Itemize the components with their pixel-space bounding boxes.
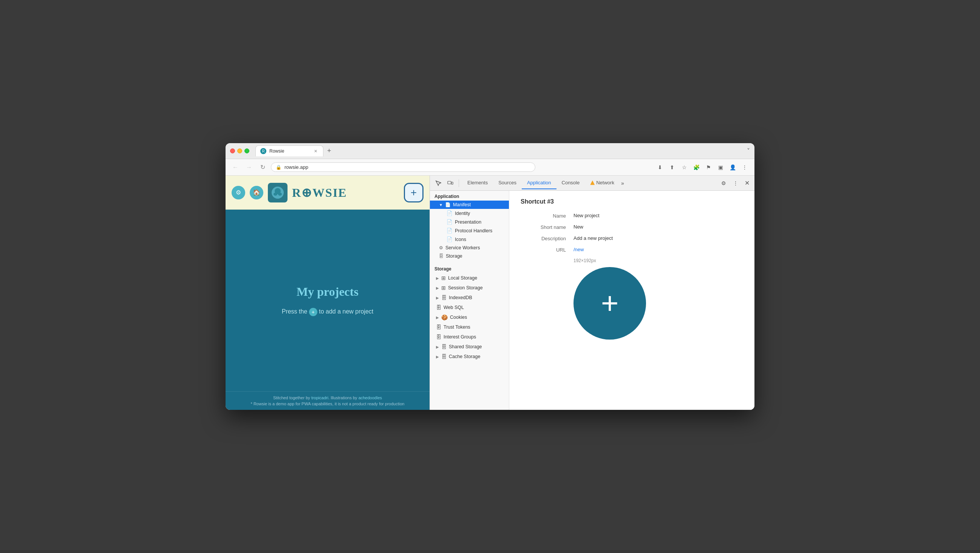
devtools-main-panel: Shortcut #3 Name New project Short name … [509, 191, 754, 410]
extension-icon[interactable]: 🧩 [691, 162, 702, 173]
tab-console[interactable]: Console [557, 177, 585, 189]
flag-icon[interactable]: ⚑ [703, 162, 714, 173]
cookies-chevron-icon: ▶ [436, 315, 439, 319]
sidebar-item-web-sql[interactable]: 🗄 Web SQL [430, 303, 509, 312]
profile-icon[interactable]: 👤 [727, 162, 738, 173]
sidebar-item-icons[interactable]: 📄 Icons [430, 235, 509, 244]
tab-elements[interactable]: Elements [462, 177, 493, 189]
indexeddb-chevron-icon: ▶ [436, 296, 439, 300]
chrome-menu-icon[interactable]: ˅ [747, 147, 750, 154]
sidebar-item-cache-storage[interactable]: ▶ 🗄 Cache Storage [430, 352, 509, 361]
tab-network[interactable]: Network [585, 177, 620, 189]
devtools-sidebar: Application ▼ 📄 Manifest 📄 Identity 📄 [430, 191, 509, 410]
prop-value-url[interactable]: /new [573, 247, 584, 252]
shared-storage-db-icon: 🗄 [441, 344, 447, 350]
site-logo-text: R⊕WSIE [292, 186, 347, 200]
close-traffic-light[interactable] [230, 148, 235, 153]
sidebar-item-session-storage[interactable]: ▶ ⊞ Session Storage [430, 283, 509, 293]
share-icon[interactable]: ⬆ [667, 162, 678, 173]
cache-storage-db-icon: 🗄 [441, 354, 447, 359]
sidebar-item-interest-groups[interactable]: 🗄 Interest Groups [430, 332, 509, 342]
devtools-settings-button[interactable]: ⚙ [718, 178, 729, 189]
footer-line1: Stitched together by tropicadri. Illustr… [232, 396, 423, 400]
add-icon: + [410, 188, 417, 198]
svg-rect-4 [448, 181, 451, 184]
site-main-title: My projects [297, 285, 358, 299]
sidebar-item-indexeddb[interactable]: ▶ 🗄 IndexedDB [430, 293, 509, 303]
local-storage-db-icon: ⊞ [441, 275, 446, 281]
devtools-body: Application ▼ 📄 Manifest 📄 Identity 📄 [430, 191, 754, 410]
title-bar: R Rowsie ✕ + ˅ [226, 143, 754, 159]
sidebar-item-protocol-handlers[interactable]: 📄 Protocol Handlers [430, 226, 509, 235]
add-project-button[interactable]: + [404, 183, 423, 202]
prop-label-shortname: Short name [520, 224, 566, 230]
devtools-tabs: Elements Sources Application Console Net… [462, 177, 717, 189]
presentation-file-icon: 📄 [447, 219, 453, 225]
session-storage-db-icon: ⊞ [441, 285, 446, 291]
bookmark-icon[interactable]: ☆ [679, 162, 689, 173]
prop-row-shortname: Short name New [520, 224, 743, 230]
sidebar-item-identity[interactable]: 📄 Identity [430, 209, 509, 218]
tab-close-button[interactable]: ✕ [312, 148, 318, 154]
sidebar-item-presentation[interactable]: 📄 Presentation [430, 218, 509, 226]
trust-tokens-icon: 🗄 [436, 324, 441, 330]
network-warning-icon [590, 181, 595, 185]
address-bar: ← → ↻ 🔒 rowsie.app ⬇ ⬆ ☆ 🧩 ⚑ ▣ 👤 ⋮ [226, 159, 754, 176]
lock-icon: 🔒 [276, 165, 282, 170]
browser-tab[interactable]: R Rowsie ✕ [255, 145, 323, 156]
traffic-lights [230, 148, 249, 153]
prop-row-description: Description Add a new project [520, 235, 743, 242]
local-storage-chevron-icon: ▶ [436, 276, 439, 280]
home-nav-icon[interactable]: 🏠 [250, 186, 263, 199]
identity-file-icon: 📄 [447, 210, 453, 216]
website-viewport: ⚙ 🏠 R⊕WSIE + My projects [226, 176, 430, 410]
maximize-traffic-light[interactable] [245, 148, 249, 153]
settings-nav-icon[interactable]: ⚙ [232, 186, 245, 199]
indexeddb-icon: 🗄 [441, 295, 447, 301]
sidebar-item-local-storage[interactable]: ▶ ⊞ Local Storage [430, 273, 509, 283]
sidebar-item-storage[interactable]: 🗄 Storage [430, 252, 509, 260]
websql-icon: 🗄 [436, 304, 441, 310]
icons-file-icon: 📄 [447, 237, 453, 242]
new-tab-button[interactable]: + [325, 147, 334, 155]
footer-link-tropicadri[interactable]: tropicadri [311, 396, 328, 400]
tab-bar: R Rowsie ✕ + [255, 145, 744, 156]
prop-row-name: Name New project [520, 213, 743, 219]
devtools-toolbar: Elements Sources Application Console Net… [430, 176, 754, 191]
protocol-file-icon: 📄 [447, 228, 453, 234]
site-footer: Stitched together by tropicadri. Illustr… [226, 391, 430, 410]
sidebar-item-service-workers[interactable]: ⚙ Service Workers [430, 244, 509, 252]
device-toolbar-icon[interactable] [445, 178, 456, 189]
session-storage-chevron-icon: ▶ [436, 286, 439, 290]
manifest-file-icon: 📄 [445, 202, 451, 207]
minimize-traffic-light[interactable] [237, 148, 242, 153]
sidebar-item-cookies[interactable]: ▶ 🍪 Cookies [430, 312, 509, 322]
footer-line2: * Rowsie is a demo app for PWA capabilit… [232, 402, 423, 406]
sidebar-item-shared-storage[interactable]: ▶ 🗄 Shared Storage [430, 342, 509, 352]
site-subtitle: Press the + to add a new project [282, 308, 374, 316]
reload-button[interactable]: ↻ [257, 162, 268, 173]
svg-point-3 [278, 193, 282, 195]
browser-window: R Rowsie ✕ + ˅ ← → ↻ 🔒 rowsie.app ⬇ ⬆ ☆ … [226, 143, 754, 410]
back-button[interactable]: ← [230, 162, 241, 173]
devtools-close-button[interactable]: ✕ [742, 179, 751, 188]
chrome-menu-btn[interactable]: ⋮ [739, 162, 750, 173]
sidebar-item-manifest[interactable]: ▼ 📄 Manifest [430, 200, 509, 209]
devtools-more-button[interactable]: ⋮ [730, 178, 741, 189]
tab-application[interactable]: Application [522, 177, 557, 189]
footer-link-achedoodles[interactable]: achedoodles [358, 396, 382, 400]
forward-button[interactable]: → [244, 162, 254, 173]
tabs-overflow-button[interactable]: » [620, 179, 626, 188]
tab-sources[interactable]: Sources [493, 177, 522, 189]
cookies-icon: 🍪 [441, 314, 448, 320]
url-bar[interactable]: 🔒 rowsie.app [271, 162, 535, 172]
prop-label-description: Description [520, 235, 566, 242]
download-icon[interactable]: ⬇ [655, 162, 665, 173]
sidebar-item-trust-tokens[interactable]: 🗄 Trust Tokens [430, 322, 509, 332]
split-screen-icon[interactable]: ▣ [715, 162, 726, 173]
prop-row-url: URL /new [520, 247, 743, 253]
icon-size-label: 192×192px [573, 258, 596, 263]
cache-storage-chevron-icon: ▶ [436, 355, 439, 359]
shared-storage-chevron-icon: ▶ [436, 345, 439, 349]
element-picker-icon[interactable] [433, 178, 444, 189]
